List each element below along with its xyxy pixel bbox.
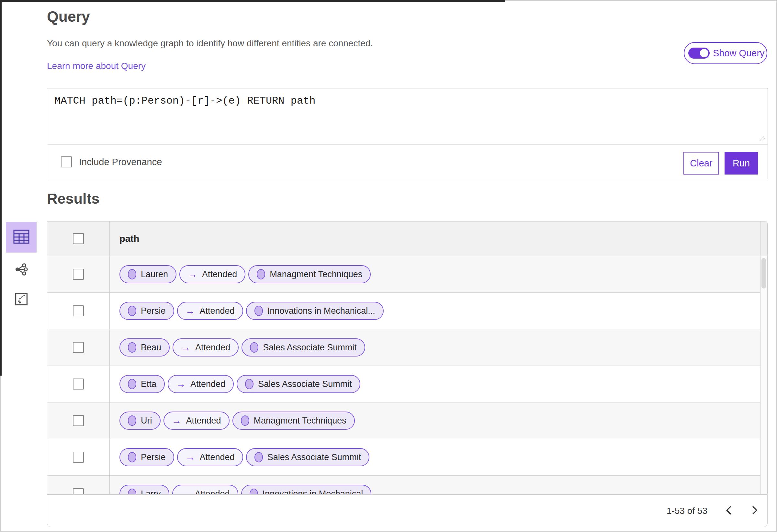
results-table: path Lauren → Attended Managment Techniq… <box>47 221 768 495</box>
scrollbar-header-cap <box>761 221 767 256</box>
path-cell: Etta → Attended Sales Associate Summit <box>119 375 360 393</box>
next-page-button[interactable] <box>747 503 762 518</box>
screenshot-top-edge <box>0 0 505 2</box>
map-view-icon <box>14 292 28 308</box>
include-provenance-checkbox[interactable] <box>61 156 72 168</box>
entity-pill-target[interactable]: Sales Associate Summit <box>246 448 370 466</box>
table-row: Uri → Attended Managment Techniques <box>47 403 767 439</box>
relation-pill[interactable]: → Attended <box>173 338 239 356</box>
table-scrollbar <box>760 221 767 494</box>
page-title: Query <box>47 8 90 25</box>
table-header-row: path <box>47 221 767 256</box>
entity-pill-source[interactable]: Persie <box>119 448 174 466</box>
relation-pill[interactable]: → Attended <box>172 485 238 495</box>
pagination-range: 1-53 of 53 <box>667 495 707 527</box>
query-input[interactable]: MATCH path=(p:Person)-[r]->(e) RETURN pa… <box>47 88 768 145</box>
previous-page-button[interactable] <box>721 503 736 518</box>
row-checkbox[interactable] <box>73 415 84 426</box>
relation-pill[interactable]: → Attended <box>179 265 245 283</box>
entity-pill-target[interactable]: Sales Associate Summit <box>241 338 365 356</box>
graph-view-button[interactable] <box>13 261 30 279</box>
scrollbar-thumb[interactable] <box>762 258 766 289</box>
row-checkbox[interactable] <box>73 379 84 390</box>
relation-pill[interactable]: → Attended <box>177 448 243 466</box>
arrow-right-icon: → <box>172 416 182 425</box>
path-cell: Larry → Attended Innovations in Mechanic… <box>119 485 371 495</box>
entity-pill-source[interactable]: Beau <box>119 338 170 356</box>
entity-pill-target[interactable]: Sales Associate Summit <box>237 375 360 393</box>
table-body: Lauren → Attended Managment Techniques P… <box>47 256 767 495</box>
arrow-right-icon: → <box>181 343 191 352</box>
entity-pill-target[interactable]: Innovations in Mechanical <box>241 485 372 495</box>
entity-pill-target[interactable]: Managment Techniques <box>248 265 371 283</box>
table-row: Persie → Attended Sales Associate Summit <box>47 439 767 476</box>
entity-node-icon <box>128 415 136 426</box>
query-description: You can query a knowledge graph to ident… <box>47 38 373 48</box>
select-all-checkbox[interactable] <box>73 233 84 244</box>
relation-pill[interactable]: → Attended <box>168 375 234 393</box>
entity-node-icon <box>128 269 136 280</box>
query-toolbar: Include Provenance Clear Run <box>47 145 768 179</box>
resize-handle-icon[interactable] <box>759 135 766 143</box>
table-row: Persie → Attended Innovations in Mechani… <box>47 293 767 329</box>
entity-pill-target[interactable]: Innovations in Mechanical... <box>246 302 383 320</box>
table-row: Etta → Attended Sales Associate Summit <box>47 366 767 403</box>
row-checkbox[interactable] <box>73 342 84 353</box>
table-view-button[interactable] <box>6 222 36 252</box>
chevron-left-icon <box>725 506 733 516</box>
relation-pill[interactable]: → Attended <box>177 302 243 320</box>
run-button[interactable]: Run <box>725 152 758 175</box>
path-cell: Beau → Attended Sales Associate Summit <box>119 338 365 356</box>
results-title: Results <box>47 190 100 207</box>
path-cell: Lauren → Attended Managment Techniques <box>119 265 371 283</box>
query-panel: MATCH path=(p:Person)-[r]->(e) RETURN pa… <box>47 88 768 179</box>
table-row: Lauren → Attended Managment Techniques <box>47 256 767 293</box>
table-row: Beau → Attended Sales Associate Summit <box>47 329 767 366</box>
arrow-right-icon: → <box>186 306 195 316</box>
entity-node-icon <box>254 306 263 316</box>
entity-pill-source[interactable]: Larry <box>119 485 169 495</box>
column-header-path: path <box>110 221 767 256</box>
arrow-right-icon: → <box>188 270 198 279</box>
relation-pill[interactable]: → Attended <box>163 412 230 430</box>
entity-pill-source[interactable]: Etta <box>119 375 165 393</box>
path-cell: Persie → Attended Innovations in Mechani… <box>119 302 383 320</box>
graph-view-icon <box>14 262 29 278</box>
entity-pill-source[interactable]: Persie <box>119 302 174 320</box>
entity-node-icon <box>245 379 253 389</box>
show-query-toggle[interactable]: Show Query <box>684 42 767 64</box>
entity-node-icon <box>257 269 265 280</box>
entity-node-icon <box>128 489 136 495</box>
entity-node-icon <box>250 489 258 495</box>
entity-node-icon <box>128 452 136 462</box>
entity-node-icon <box>254 452 263 462</box>
arrow-right-icon: → <box>176 379 186 389</box>
row-checkbox[interactable] <box>73 488 84 495</box>
learn-more-link[interactable]: Learn more about Query <box>47 61 146 71</box>
include-provenance-label: Include Provenance <box>79 157 162 168</box>
arrow-right-icon: → <box>186 452 195 462</box>
query-page: { "query_section": { "title": "Query", "… <box>0 0 777 532</box>
table-footer: 1-53 of 53 <box>47 495 768 527</box>
table-row: Larry → Attended Innovations in Mechanic… <box>47 476 767 495</box>
entity-node-icon <box>128 379 136 389</box>
path-cell: Persie → Attended Sales Associate Summit <box>119 448 369 466</box>
entity-pill-source[interactable]: Lauren <box>119 265 177 283</box>
arrow-right-icon: → <box>181 489 190 495</box>
map-view-button[interactable] <box>13 292 30 308</box>
row-checkbox[interactable] <box>73 305 84 316</box>
row-checkbox[interactable] <box>73 452 84 463</box>
show-query-label: Show Query <box>713 48 765 59</box>
table-view-icon <box>13 230 29 245</box>
chevron-right-icon <box>751 506 759 516</box>
path-cell: Uri → Attended Managment Techniques <box>119 412 355 430</box>
entity-pill-source[interactable]: Uri <box>119 412 160 430</box>
clear-button[interactable]: Clear <box>683 152 719 175</box>
toggle-switch-icon[interactable] <box>688 47 710 59</box>
entity-node-icon <box>128 306 136 316</box>
screenshot-left-edge <box>0 0 2 376</box>
entity-node-icon <box>128 342 136 353</box>
row-checkbox[interactable] <box>73 269 84 280</box>
entity-pill-target[interactable]: Managment Techniques <box>232 412 355 430</box>
entity-node-icon <box>250 342 258 353</box>
